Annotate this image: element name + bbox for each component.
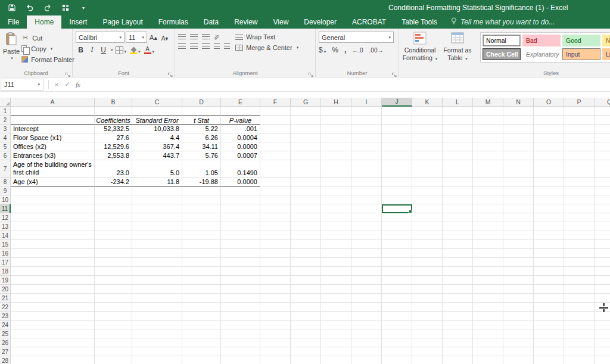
cell-K6[interactable] [412,151,443,160]
cell-G9[interactable] [291,186,321,195]
cell-J23[interactable] [382,312,412,321]
cell-C24[interactable] [132,321,182,329]
cell-J1[interactable] [382,107,412,116]
cell-D28[interactable] [182,356,221,364]
cell-B26[interactable] [95,338,132,347]
cell-E27[interactable] [221,347,260,356]
cell-A5[interactable]: Offices (x2) [11,142,95,151]
cell-I18[interactable] [351,267,382,276]
cell-J6[interactable] [382,151,412,160]
cell-B6[interactable]: 2,553.8 [95,151,132,160]
tab-page-layout[interactable]: Page Layout [95,15,150,29]
cell-B21[interactable] [95,294,132,303]
row-header-7[interactable]: 7 [0,160,11,178]
cell-H2[interactable] [321,116,351,125]
cell-N21[interactable] [503,294,534,303]
cell-A15[interactable] [11,240,95,249]
cell-G13[interactable] [291,222,321,231]
cell-M3[interactable] [473,125,503,133]
cell-F25[interactable] [260,329,291,338]
column-header-D[interactable]: D [182,98,221,107]
row-header-10[interactable]: 10 [0,195,11,204]
cell-O17[interactable] [534,258,564,267]
cell-C23[interactable] [132,312,182,321]
cell-H5[interactable] [321,142,351,151]
cell-P6[interactable] [564,151,595,160]
cell-E23[interactable] [221,312,260,321]
cell-O15[interactable] [534,240,564,249]
cell-N27[interactable] [503,347,534,356]
cell-Q5[interactable] [595,142,610,151]
cell-E13[interactable] [221,222,260,231]
tab-view[interactable]: View [266,15,297,29]
cell-C16[interactable] [132,249,182,258]
cell-N12[interactable] [503,213,534,222]
paste-button[interactable]: Paste ▾ [3,30,20,69]
cell-D27[interactable] [182,347,221,356]
cell-H16[interactable] [321,249,351,258]
cell-I25[interactable] [351,329,382,338]
cell-H1[interactable] [321,107,351,116]
decrease-decimal-button[interactable]: .00→ [369,47,384,54]
cell-K4[interactable] [412,133,443,142]
cell-C22[interactable] [132,303,182,312]
cell-J11[interactable] [382,204,412,213]
cell-F21[interactable] [260,294,291,303]
cell-H22[interactable] [321,303,351,312]
cell-N22[interactable] [503,303,534,312]
cell-N25[interactable] [503,329,534,338]
row-header-12[interactable]: 12 [0,213,11,222]
cell-O19[interactable] [534,276,564,285]
select-all-button[interactable]: ◢ [0,98,11,107]
cell-A25[interactable] [11,329,95,338]
cell-M23[interactable] [473,312,503,321]
cell-D4[interactable]: 6.26 [182,133,221,142]
column-header-O[interactable]: O [534,98,564,107]
format-as-table-button[interactable]: Format as Table ▾ [440,30,475,63]
tab-data[interactable]: Data [196,15,226,29]
cell-I17[interactable] [351,258,382,267]
cell-G11[interactable] [291,204,321,213]
cell-Q14[interactable] [595,231,610,240]
format-painter-button[interactable]: Format Painter [20,54,76,64]
cell-B22[interactable] [95,303,132,312]
cell-N18[interactable] [503,267,534,276]
cell-H12[interactable] [321,213,351,222]
cell-E21[interactable] [221,294,260,303]
cell-H27[interactable] [321,347,351,356]
cut-button[interactable]: ✂ Cut [20,33,76,43]
cell-N14[interactable] [503,231,534,240]
cell-E24[interactable] [221,321,260,329]
cell-M21[interactable] [473,294,503,303]
cell-O20[interactable] [534,285,564,294]
row-header-13[interactable]: 13 [0,222,11,231]
redo-icon[interactable] [43,3,52,13]
cell-N7[interactable] [503,160,534,178]
cell-E1[interactable] [221,107,260,116]
cell-M6[interactable] [473,151,503,160]
bold-button[interactable]: B [76,45,86,55]
cell-I10[interactable] [351,195,382,204]
align-right-icon[interactable] [202,43,210,49]
cell-Q21[interactable] [595,294,610,303]
italic-button[interactable]: I [87,45,97,55]
cell-E19[interactable] [221,276,260,285]
cell-K13[interactable] [412,222,443,231]
cell-I26[interactable] [351,338,382,347]
cell-L19[interactable] [443,276,473,285]
cell-P25[interactable] [564,329,595,338]
cell-H11[interactable] [321,204,351,213]
cell-B8[interactable]: -234.2 [95,178,132,186]
cell-D17[interactable] [182,258,221,267]
cell-A2[interactable] [11,116,95,125]
cell-I22[interactable] [351,303,382,312]
insert-function-icon[interactable]: fx [73,81,83,88]
cell-L14[interactable] [443,231,473,240]
cell-D8[interactable]: -19.88 [182,178,221,186]
cell-G17[interactable] [291,258,321,267]
cell-D1[interactable] [182,107,221,116]
cell-K17[interactable] [412,258,443,267]
cell-L25[interactable] [443,329,473,338]
cell-E2[interactable]: P-value [221,116,260,125]
cell-P9[interactable] [564,186,595,195]
